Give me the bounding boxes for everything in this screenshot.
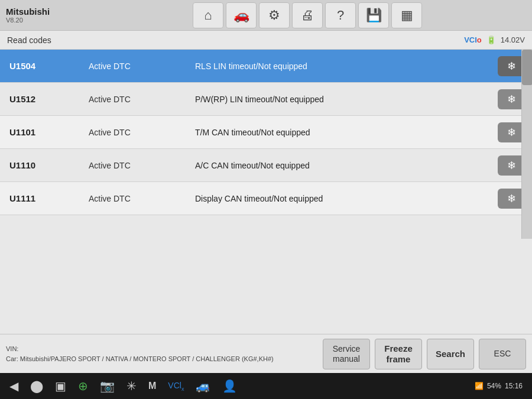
brand-name: Mitsubishi (6, 7, 77, 17)
print-icon: 🖨 (301, 8, 314, 23)
m-icon[interactable]: M (148, 381, 156, 391)
toolbar-icons: ⌂ 🚗 ⚙ 🖨 ? 💾 ▦ (83, 2, 532, 28)
table-row[interactable]: U1101 Active DTC T/M CAN timeout/Not equ… (0, 116, 532, 149)
settings-button[interactable]: ⚙ (259, 2, 290, 28)
home-icon: ⌂ (204, 8, 212, 23)
service-manual-button[interactable]: Servicemanual (323, 339, 370, 369)
vcl-badge: VCIo (464, 35, 482, 44)
dtc-table: U1504 Active DTC RLS LIN timeout/Not equ… (0, 50, 532, 215)
dtc-code: U1504 (0, 61, 83, 71)
dtc-description: P/W(RP) LIN timeout/Not equipped (189, 95, 491, 104)
brand-area: Mitsubishi V8.20 (0, 4, 83, 26)
dtc-code: U1111 (0, 193, 83, 203)
android-home-icon[interactable]: ⬤ (30, 379, 43, 393)
vcl-icon[interactable]: VClx (168, 381, 184, 392)
scroll-thumb[interactable] (522, 50, 532, 85)
dtc-code: U1101 (0, 127, 83, 137)
dtc-status: Active DTC (83, 194, 189, 203)
android-bar: ◀ ⬤ ▣ ⊕ 📷 ✳ M VClx 🚙 👤 📶 54% 15:16 (0, 373, 532, 399)
dtc-description: RLS LIN timeout/Not equipped (189, 61, 491, 71)
header-bar: Read codes VCIo 🔋 14.02V (0, 31, 532, 50)
dtc-status: Active DTC (83, 161, 189, 170)
save-icon: 💾 (366, 8, 382, 23)
chrome-icon[interactable]: ⊕ (78, 379, 88, 393)
clock: 15:16 (505, 382, 523, 390)
back-icon[interactable]: ◀ (9, 379, 18, 393)
help-button[interactable]: ? (325, 2, 356, 28)
car-label: Car: Mitsubishi/PAJERO SPORT / NATIVA / … (6, 354, 323, 364)
save-button[interactable]: 💾 (358, 2, 389, 28)
dtc-code: U1512 (0, 94, 83, 104)
table-row[interactable]: U1512 Active DTC P/W(RP) LIN timeout/Not… (0, 83, 532, 116)
message-button[interactable]: ▦ (391, 2, 422, 28)
recents-icon[interactable]: ▣ (55, 379, 66, 393)
esc-button[interactable]: ESC (479, 339, 526, 369)
table-row[interactable]: U1111 Active DTC Display CAN timeout/Not… (0, 182, 532, 215)
help-icon: ? (337, 8, 344, 23)
wifi-icon: 📶 (475, 382, 484, 390)
voltage-badge: 14.02V (501, 35, 525, 44)
print-button[interactable]: 🖨 (292, 2, 323, 28)
battery-status: 54% (487, 382, 501, 390)
car-button[interactable]: 🚗 (226, 2, 257, 28)
dtc-description: Display CAN timeout/Not equipped (189, 194, 491, 203)
camera-icon[interactable]: 📷 (100, 379, 115, 393)
dtc-code: U1110 (0, 160, 83, 170)
table-row[interactable]: U1110 Active DTC A/C CAN timeout/Not equ… (0, 149, 532, 182)
person-car-icon[interactable]: 👤 (222, 379, 237, 393)
action-buttons: Servicemanual Freezeframe Search ESC (323, 339, 526, 369)
table-row[interactable]: U1504 Active DTC RLS LIN timeout/Not equ… (0, 50, 532, 83)
read-codes-label: Read codes (7, 35, 51, 45)
toolbar: Mitsubishi V8.20 ⌂ 🚗 ⚙ 🖨 ? 💾 ▦ (0, 0, 532, 31)
vin-label: VIN: (6, 344, 323, 354)
android-left-icons: ◀ ⬤ ▣ ⊕ 📷 ✳ M VClx 🚙 👤 (9, 379, 237, 393)
dtc-description: A/C CAN timeout/Not equipped (189, 161, 491, 170)
brand-version: V8.20 (6, 17, 77, 24)
dtc-status: Active DTC (83, 128, 189, 137)
dtc-description: T/M CAN timeout/Not equipped (189, 128, 491, 137)
settings-icon: ⚙ (268, 8, 280, 23)
dtc-status: Active DTC (83, 95, 189, 104)
message-icon: ▦ (401, 8, 413, 23)
home-button[interactable]: ⌂ (193, 2, 223, 28)
empty-area (0, 215, 532, 333)
freeze-frame-button[interactable]: Freezeframe (375, 339, 422, 369)
android-right-info: 📶 54% 15:16 (475, 382, 523, 390)
main-content: U1504 Active DTC RLS LIN timeout/Not equ… (0, 50, 532, 334)
car-icon: 🚗 (233, 8, 249, 23)
scroll-track[interactable] (521, 50, 532, 239)
car2-icon[interactable]: 🚙 (196, 379, 210, 393)
battery-icon: 🔋 (486, 35, 496, 44)
bottom-area: VIN: Car: Mitsubishi/PAJERO SPORT / NATI… (0, 334, 532, 373)
search-button[interactable]: Search (427, 339, 474, 369)
vin-info: VIN: Car: Mitsubishi/PAJERO SPORT / NATI… (6, 344, 323, 364)
status-area: VCIo 🔋 14.02V (464, 35, 525, 44)
flash-icon[interactable]: ✳ (126, 379, 137, 393)
dtc-status: Active DTC (83, 61, 189, 71)
